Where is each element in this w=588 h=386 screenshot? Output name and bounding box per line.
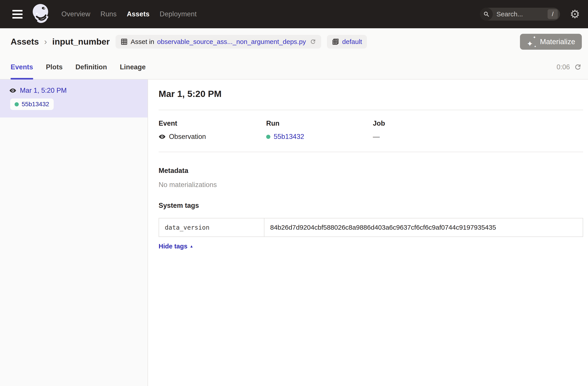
event-column-header: Event bbox=[159, 120, 266, 127]
run-id-chip-label: 55b13432 bbox=[22, 101, 49, 108]
asset-origin-prefix: Asset in bbox=[131, 38, 154, 45]
run-status-dot-icon bbox=[15, 102, 19, 106]
divider bbox=[159, 152, 583, 152]
refresh-icon[interactable] bbox=[574, 63, 582, 71]
nav-runs[interactable]: Runs bbox=[101, 10, 117, 18]
tab-bar: Events Plots Definition Lineage 0:06 bbox=[0, 55, 588, 80]
menu-icon[interactable] bbox=[12, 10, 22, 19]
nav-overview[interactable]: Overview bbox=[62, 10, 90, 18]
run-status-dot-icon bbox=[266, 135, 270, 139]
asset-origin-badge: Asset in observable_source_ass..._non_ar… bbox=[116, 35, 321, 49]
page-title: input_number bbox=[52, 37, 110, 47]
event-column: Event Observation bbox=[159, 120, 266, 141]
search-icon bbox=[480, 8, 493, 20]
job-column: Job — bbox=[373, 120, 583, 141]
asset-origin-file-link[interactable]: observable_source_ass..._non_argument_de… bbox=[157, 38, 306, 45]
metadata-heading: Metadata bbox=[159, 167, 583, 175]
auto-refresh: 0:06 bbox=[557, 63, 582, 71]
asset-group-link[interactable]: default bbox=[342, 38, 362, 45]
observation-eye-icon bbox=[9, 87, 16, 94]
settings-gear-icon[interactable]: ⚙ bbox=[570, 8, 580, 20]
reload-definitions-icon[interactable] bbox=[310, 39, 316, 45]
nav-assets[interactable]: Assets bbox=[127, 10, 149, 18]
sparkle-icon: ✦ ✦ ✦ bbox=[526, 37, 536, 47]
asset-group-icon bbox=[332, 38, 339, 45]
run-column: Run 55b13432 bbox=[266, 120, 373, 141]
top-nav: Overview Runs Assets Deployment / ⚙ bbox=[0, 0, 588, 28]
primary-nav: Overview Runs Assets Deployment bbox=[62, 10, 197, 18]
job-column-header: Job bbox=[373, 120, 583, 127]
divider bbox=[159, 110, 583, 110]
metadata-empty-text: No materializations bbox=[159, 181, 583, 189]
event-summary-columns: Event Observation Run 55b13432 bbox=[159, 120, 583, 141]
materialize-button-label: Materialize bbox=[540, 38, 575, 46]
search-input[interactable] bbox=[493, 10, 547, 18]
event-timestamp-link[interactable]: Mar 1, 5:20 PM bbox=[20, 87, 67, 95]
breadcrumb-assets-link[interactable]: Assets bbox=[11, 37, 39, 47]
system-tags-heading: System tags bbox=[159, 202, 583, 210]
event-list-sidebar: Mar 1, 5:20 PM 55b13432 bbox=[0, 80, 148, 386]
run-column-header: Run bbox=[266, 120, 373, 127]
table-grid-icon bbox=[120, 38, 128, 45]
hide-tags-link[interactable]: Hide tags ▲ bbox=[159, 243, 193, 250]
materialize-button[interactable]: ✦ ✦ ✦ Materialize bbox=[520, 34, 582, 50]
caret-up-icon: ▲ bbox=[190, 244, 193, 248]
event-detail-pane: Mar 1, 5:20 PM Event Observation Run bbox=[148, 80, 588, 386]
refresh-countdown: 0:06 bbox=[557, 63, 570, 71]
event-type-value: Observation bbox=[169, 133, 206, 141]
tab-lineage[interactable]: Lineage bbox=[120, 55, 146, 79]
tab-plots[interactable]: Plots bbox=[46, 55, 63, 79]
nav-deployment[interactable]: Deployment bbox=[160, 10, 197, 18]
run-id-link[interactable]: 55b13432 bbox=[274, 133, 304, 141]
search-bar[interactable]: / bbox=[480, 8, 560, 20]
breadcrumb: Assets › input_number Asset in observabl… bbox=[0, 28, 588, 55]
run-id-chip[interactable]: 55b13432 bbox=[10, 99, 54, 110]
content-area: Mar 1, 5:20 PM 55b13432 Mar 1, 5:20 PM E… bbox=[0, 80, 588, 386]
tab-definition[interactable]: Definition bbox=[75, 55, 107, 79]
tag-key-cell: data_version bbox=[159, 218, 264, 237]
system-tags-table: data_version 84b26d7d9204cbf588026c8a988… bbox=[159, 218, 583, 237]
breadcrumb-chevron-icon: › bbox=[44, 37, 47, 47]
event-detail-title: Mar 1, 5:20 PM bbox=[159, 89, 583, 99]
page-header: Assets › input_number Asset in observabl… bbox=[0, 28, 588, 80]
observation-eye-icon bbox=[159, 133, 166, 140]
event-list-item[interactable]: Mar 1, 5:20 PM 55b13432 bbox=[0, 80, 147, 118]
search-shortcut-key: / bbox=[547, 9, 558, 19]
job-empty-value: — bbox=[373, 133, 380, 141]
tab-events[interactable]: Events bbox=[11, 55, 33, 79]
hide-tags-label: Hide tags bbox=[159, 243, 188, 250]
asset-group-badge: default bbox=[327, 35, 367, 49]
tag-value-cell: 84b26d7d9204cbf588026c8a9886d403a6c9637c… bbox=[264, 218, 583, 237]
dagster-logo-icon[interactable] bbox=[30, 2, 51, 26]
table-row: data_version 84b26d7d9204cbf588026c8a988… bbox=[159, 218, 583, 237]
